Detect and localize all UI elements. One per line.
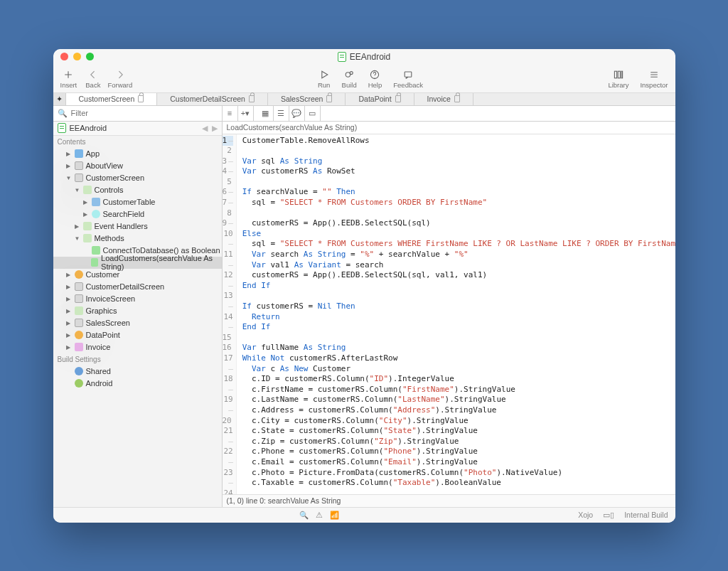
tree-item[interactable]: ▶DataPoint	[53, 329, 222, 341]
code-editor: LoadCustomers(searchValue As String) 123…	[223, 122, 675, 507]
tab-invoice[interactable]: Invoice	[414, 93, 473, 105]
filter-bar: 🔍 ≡ +▾ ▦ ☰ 💬 ▭	[53, 106, 675, 122]
project-header[interactable]: EEAndroid ◀ ▶	[53, 122, 222, 136]
tree-item-label: SalesScreen	[86, 319, 130, 327]
gutter: 1234567891011121314151617181920212223242…	[223, 134, 237, 494]
tree-item-label: CustomerTable	[103, 198, 156, 206]
library-icon	[612, 68, 625, 81]
view-icons-button[interactable]: ▦	[258, 106, 274, 121]
tree-item[interactable]: ▼Controls	[53, 184, 222, 196]
tree-item[interactable]: ▶SearchField	[53, 208, 222, 220]
close-window-button[interactable]	[60, 53, 68, 60]
tree-item[interactable]: Shared	[53, 365, 222, 378]
disclosure-icon[interactable]: ▼	[66, 175, 72, 181]
tree-item[interactable]: ▶App	[53, 148, 222, 160]
code-area[interactable]: 1234567891011121314151617181920212223242…	[223, 134, 675, 494]
tree-item-label: App	[86, 149, 100, 158]
warnings-icon[interactable]: ⚠	[316, 511, 323, 520]
disclosure-icon[interactable]: ▶	[66, 332, 72, 338]
status-bar: 🔍 ⚠ 📶 Xojo ▭▯ Internal Build	[53, 507, 675, 523]
method-icon	[92, 246, 100, 255]
feedback-button[interactable]: Feedback	[393, 68, 423, 89]
minimize-window-button[interactable]	[73, 53, 81, 60]
back-button[interactable]: Back	[85, 68, 100, 89]
class-icon	[75, 270, 83, 279]
tab-customerdetailscreen[interactable]: CustomerDetailScreen	[157, 93, 268, 105]
tree-item-label: SearchField	[103, 210, 145, 218]
tree-item[interactable]: ▶Event Handlers	[53, 220, 222, 233]
chevron-right-icon	[114, 68, 127, 81]
new-tab-button[interactable]: ✦	[53, 93, 66, 105]
rss-icon[interactable]: 📶	[330, 511, 339, 520]
window-icon	[75, 282, 83, 291]
add-item-button[interactable]: +▾	[238, 106, 254, 121]
tree-item-label: LoadCustomers(searchValue As String)	[101, 254, 221, 271]
tree-item[interactable]: Android	[53, 378, 222, 390]
window-icon	[75, 161, 83, 170]
disclosure-icon[interactable]: ▼	[75, 187, 80, 193]
tree-item[interactable]: ▶InvoiceScreen	[53, 293, 222, 305]
lock-icon	[249, 95, 255, 102]
disclosure-icon[interactable]: ▶	[66, 272, 72, 278]
comment-toggle-button[interactable]: 💬	[289, 106, 305, 121]
tree-item[interactable]: LoadCustomers(searchValue As String)	[53, 257, 222, 269]
search-icon[interactable]: 🔍	[299, 511, 309, 520]
tree-item[interactable]: ▶SalesScreen	[53, 317, 222, 329]
nav-back-icon[interactable]: ◀	[202, 124, 208, 133]
tree-item[interactable]: ▶Graphics	[53, 305, 222, 317]
disclosure-icon[interactable]: ▶	[66, 320, 72, 326]
disclosure-icon[interactable]: ▶	[83, 211, 89, 218]
tree-item[interactable]: ▶CustomerDetailScreen	[53, 281, 222, 293]
inspector-button[interactable]: Inspector	[640, 68, 668, 89]
code-content[interactable]: CustomerTable.RemoveAllRows Var sql As S…	[237, 134, 675, 494]
feedback-icon	[402, 68, 414, 81]
section-contents: Contents	[53, 136, 222, 148]
tree-item[interactable]: ▶Invoice	[53, 341, 222, 353]
disclosure-icon[interactable]: ▶	[66, 296, 72, 302]
tab-strip: ✦ CustomerScreenCustomerDetailScreenSale…	[53, 93, 675, 106]
disclosure-icon[interactable]: ▶	[66, 163, 72, 169]
tree-item[interactable]: ▶AboutView	[53, 160, 222, 172]
tree-item-label: Event Handlers	[95, 222, 148, 230]
invoice-icon	[75, 343, 83, 351]
run-button[interactable]: Run	[318, 68, 331, 89]
build-button[interactable]: Build	[342, 68, 357, 89]
search-icon	[92, 210, 100, 218]
tree-item-label: Shared	[86, 367, 111, 375]
layout-toggle-icon[interactable]: ▭▯	[603, 511, 614, 519]
tab-salesscreen[interactable]: SalesScreen	[268, 93, 346, 105]
disclosure-icon[interactable]: ▼	[75, 235, 80, 242]
view-mode-button[interactable]: ≡	[223, 106, 238, 121]
folder-icon	[83, 222, 92, 230]
tab-customerscreen[interactable]: CustomerScreen	[66, 93, 158, 105]
plus-icon	[62, 68, 75, 81]
lock-icon	[326, 95, 332, 102]
build-label: Internal Build	[624, 511, 668, 519]
tree-item-label: Graphics	[86, 306, 117, 315]
tree-item[interactable]: ▼CustomerScreen	[53, 172, 222, 184]
tree-item[interactable]: ▶CustomerTable	[53, 196, 222, 208]
disclosure-icon[interactable]: ▶	[66, 344, 72, 351]
zoom-window-button[interactable]	[86, 53, 94, 60]
disclosure-icon[interactable]: ▶	[83, 199, 89, 206]
help-button[interactable]: Help	[368, 68, 382, 89]
library-button[interactable]: Library	[608, 68, 628, 89]
tree-item[interactable]: ▼Methods	[53, 233, 222, 245]
filter-input[interactable]: 🔍	[53, 106, 223, 121]
insert-button[interactable]: Insert	[60, 68, 77, 89]
tab-datapoint[interactable]: DataPoint	[346, 93, 414, 105]
breadcrumb[interactable]: LoadCustomers(searchValue As String)	[223, 122, 675, 134]
view-list-button[interactable]: ☰	[274, 106, 289, 121]
tree-item-label: Customer	[86, 270, 120, 279]
lock-icon	[395, 95, 401, 102]
gears-icon	[343, 68, 355, 81]
forward-button[interactable]: Forward	[107, 68, 132, 89]
disclosure-icon[interactable]: ▶	[66, 151, 72, 157]
disclosure-icon[interactable]: ▶	[75, 223, 80, 230]
attributes-button[interactable]: ▭	[305, 106, 321, 121]
titlebar: EEAndroid	[53, 49, 675, 65]
tree-item-label: Controls	[95, 186, 124, 194]
disclosure-icon[interactable]: ▶	[66, 308, 72, 314]
disclosure-icon[interactable]: ▶	[66, 284, 72, 290]
nav-forward-icon[interactable]: ▶	[212, 124, 218, 133]
